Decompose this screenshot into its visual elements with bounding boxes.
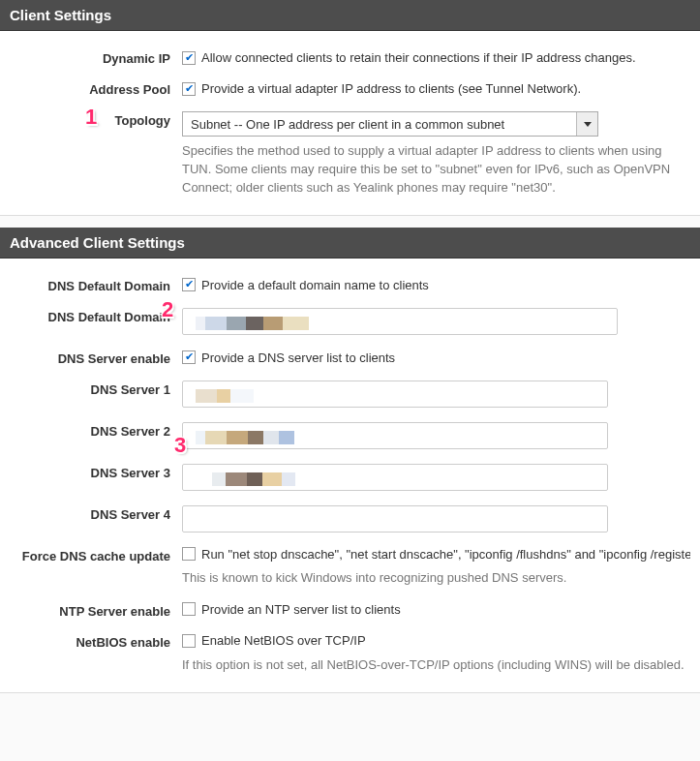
topology-help: Specifies the method used to supply a vi… (182, 142, 690, 198)
dns-default-domain-label: DNS Default Domain (0, 305, 182, 324)
topology-select[interactable]: Subnet -- One IP address per client in a… (182, 111, 598, 137)
ntp-enable-label: NTP Server enable (0, 599, 182, 619)
dns-server-2-row: DNS Server 2 3 (0, 413, 700, 455)
dns-server-4-input[interactable] (182, 505, 608, 533)
dynamic-ip-checkbox[interactable] (182, 51, 196, 65)
dns-server-1-row: DNS Server 1 (0, 372, 700, 413)
dns-server-3-label: DNS Server 3 (0, 461, 182, 480)
dns-server-4-label: DNS Server 4 (0, 502, 182, 522)
dns-server-enable-row: DNS Server enable Provide a DNS server l… (0, 341, 700, 372)
force-dns-cache-checkbox[interactable] (182, 547, 196, 561)
address-pool-checkbox[interactable] (182, 82, 196, 96)
force-dns-cache-checkbox-label: Run "net stop dnscache", "net start dnsc… (201, 547, 690, 562)
dns-server-1-input[interactable] (182, 380, 608, 408)
ntp-enable-checkbox[interactable] (182, 602, 196, 616)
netbios-enable-help: If this option is not set, all NetBIOS-o… (182, 656, 690, 675)
topology-label: Topology (0, 108, 182, 128)
advanced-settings-header: Advanced Client Settings (0, 228, 700, 259)
client-settings-header: Client Settings (0, 0, 700, 31)
redacted-value (212, 472, 295, 486)
netbios-enable-row: NetBIOS enable Enable NetBIOS over TCP/I… (0, 624, 700, 680)
dynamic-ip-label: Dynamic IP (0, 46, 182, 66)
address-pool-checkbox-label: Provide a virtual adapter IP address to … (201, 81, 581, 96)
dns-default-domain-input[interactable] (182, 308, 618, 335)
address-pool-row: Address Pool Provide a virtual adapter I… (0, 72, 700, 103)
dns-server-3-input[interactable] (182, 464, 608, 491)
dns-default-domain-enable-checkbox-label: Provide a default domain name to clients (201, 278, 429, 292)
dynamic-ip-row: Dynamic IP Allow connected clients to re… (0, 41, 700, 72)
netbios-enable-label: NetBIOS enable (0, 630, 182, 650)
topology-row: 1 Topology Subnet -- One IP address per … (0, 103, 700, 203)
advanced-settings-panel: DNS Default Domain Provide a default dom… (0, 259, 700, 693)
redacted-value (196, 317, 309, 330)
dns-server-2-label: DNS Server 2 (0, 419, 182, 439)
dns-default-domain-enable-row: DNS Default Domain Provide a default dom… (0, 268, 700, 299)
dns-server-3-row: DNS Server 3 (0, 455, 700, 497)
force-dns-cache-help: This is known to kick Windows into recog… (182, 569, 690, 588)
dns-default-domain-enable-checkbox[interactable] (182, 278, 196, 291)
dns-server-1-label: DNS Server 1 (0, 378, 182, 397)
redacted-value (196, 431, 294, 444)
dns-server-4-row: DNS Server 4 (0, 497, 700, 538)
dns-default-domain-row: 2 DNS Default Domain (0, 299, 700, 341)
dns-server-enable-checkbox[interactable] (182, 350, 196, 364)
address-pool-label: Address Pool (0, 77, 182, 97)
dns-default-domain-enable-label: DNS Default Domain (0, 274, 182, 293)
dns-server-enable-label: DNS Server enable (0, 347, 182, 366)
force-dns-cache-row: Force DNS cache update Run "net stop dns… (0, 538, 700, 594)
ntp-enable-checkbox-label: Provide an NTP server list to clients (201, 602, 401, 617)
dns-server-enable-checkbox-label: Provide a DNS server list to clients (201, 350, 395, 365)
client-settings-panel: Dynamic IP Allow connected clients to re… (0, 31, 700, 216)
dynamic-ip-checkbox-label: Allow connected clients to retain their … (201, 50, 636, 65)
netbios-enable-checkbox[interactable] (182, 634, 196, 648)
dns-server-2-input[interactable] (182, 422, 608, 449)
ntp-enable-row: NTP Server enable Provide an NTP server … (0, 594, 700, 625)
netbios-enable-checkbox-label: Enable NetBIOS over TCP/IP (201, 633, 366, 648)
force-dns-cache-label: Force DNS cache update (0, 544, 182, 563)
redacted-value (196, 389, 254, 403)
